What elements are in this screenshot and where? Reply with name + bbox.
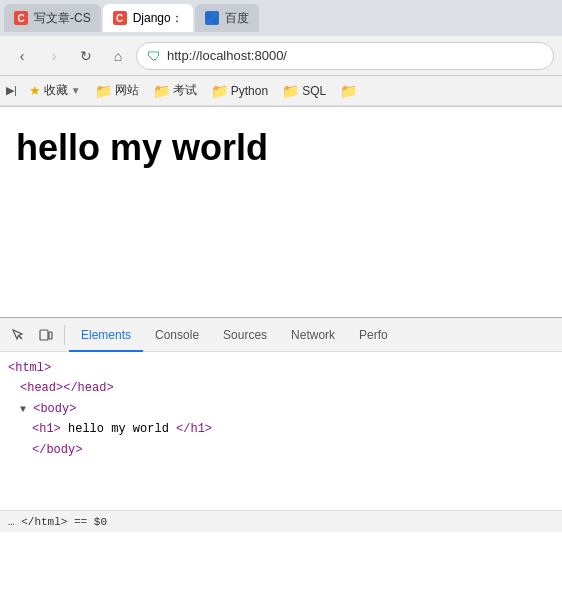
bookmark-website-label: 网站	[115, 82, 139, 99]
devtools-toolbar: Elements Console Sources Network Perfo	[0, 318, 562, 352]
page-heading: hello my world	[16, 127, 546, 169]
svg-rect-1	[40, 330, 48, 340]
tab-writeArticle[interactable]: C 写文章-CS	[4, 4, 101, 32]
h1-text-content: hello my world	[68, 422, 176, 436]
tab-network[interactable]: Network	[279, 318, 347, 352]
folder-icon-3: 📁	[211, 83, 228, 99]
tag-body-open: <body>	[33, 402, 76, 416]
star-icon: ★	[29, 83, 41, 98]
triangle-open[interactable]: ▼	[20, 404, 26, 415]
status-text: … </html> == $0	[8, 516, 107, 528]
folder-icon-4: 📁	[282, 83, 299, 99]
toolbar-divider	[64, 325, 65, 345]
page-content: hello my world	[0, 107, 562, 317]
svg-line-0	[19, 335, 23, 339]
html-line-2: <head></head>	[8, 378, 554, 398]
device-toolbar-button[interactable]	[32, 321, 60, 349]
devtools-status-bar: … </html> == $0	[0, 510, 562, 532]
html-line-3: ▼ <body>	[8, 399, 554, 419]
url-display: http://localhost:8000/	[167, 48, 287, 63]
tab-label-3: 百度	[225, 10, 249, 27]
tab-django[interactable]: C Django：	[103, 4, 193, 32]
back-button[interactable]: ‹	[8, 42, 36, 70]
security-icon: 🛡	[147, 48, 161, 64]
tag-body-close: </body>	[32, 443, 82, 457]
bookmark-sql-label: SQL	[302, 84, 326, 98]
address-box[interactable]: 🛡 http://localhost:8000/	[136, 42, 554, 70]
home-button[interactable]: ⌂	[104, 42, 132, 70]
tab-bar: C 写文章-CS C Django： 🐾 百度	[0, 0, 562, 36]
tag-h1-open: <h1>	[32, 422, 61, 436]
tab-console[interactable]: Console	[143, 318, 211, 352]
forward-button[interactable]: ›	[40, 42, 68, 70]
bookmark-exam[interactable]: 📁 考试	[147, 80, 203, 101]
bookmark-dropdown-icon: ▼	[71, 85, 81, 96]
folder-icon-5: 📁	[340, 83, 357, 99]
bookmark-python-label: Python	[231, 84, 268, 98]
html-line-1: <html>	[8, 358, 554, 378]
browser-chrome: C 写文章-CS C Django： 🐾 百度 ‹ › ↻ ⌂ 🛡 http:/…	[0, 0, 562, 107]
tab-favicon-3: 🐾	[205, 11, 219, 25]
folder-icon-2: 📁	[153, 83, 170, 99]
inspect-element-button[interactable]	[4, 321, 32, 349]
svg-rect-2	[49, 332, 52, 339]
tag-html-open: <html>	[8, 361, 51, 375]
bookmarks-bar: ▶| ★ 收藏 ▼ 📁 网站 📁 考试 📁 Python 📁 SQL 📁	[0, 76, 562, 106]
bookmark-star[interactable]: ★ 收藏 ▼	[23, 80, 87, 101]
tab-performance[interactable]: Perfo	[347, 318, 400, 352]
folder-icon-1: 📁	[95, 83, 112, 99]
tab-label-2: Django：	[133, 10, 183, 27]
bookmark-more[interactable]: 📁	[334, 81, 363, 101]
tab-elements[interactable]: Elements	[69, 318, 143, 352]
devtools-panel: Elements Console Sources Network Perfo <…	[0, 317, 562, 532]
html-line-5: </body>	[8, 440, 554, 460]
tab-baidu[interactable]: 🐾 百度	[195, 4, 259, 32]
address-bar-row: ‹ › ↻ ⌂ 🛡 http://localhost:8000/	[0, 36, 562, 76]
bookmark-star-label: 收藏	[44, 82, 68, 99]
bookmark-sql[interactable]: 📁 SQL	[276, 81, 332, 101]
bookmark-exam-label: 考试	[173, 82, 197, 99]
tab-sources[interactable]: Sources	[211, 318, 279, 352]
tag-h1-close: </h1>	[176, 422, 212, 436]
tab-favicon-1: C	[14, 11, 28, 25]
bookmarks-arrow[interactable]: ▶|	[6, 84, 17, 97]
html-line-4: <h1> hello my world </h1>	[8, 419, 554, 439]
bookmark-website[interactable]: 📁 网站	[89, 80, 145, 101]
tab-label-1: 写文章-CS	[34, 10, 91, 27]
devtools-content: <html> <head></head> ▼ <body> <h1> hello…	[0, 352, 562, 510]
bookmark-python[interactable]: 📁 Python	[205, 81, 274, 101]
reload-button[interactable]: ↻	[72, 42, 100, 70]
tab-favicon-2: C	[113, 11, 127, 25]
tag-head: <head></head>	[20, 381, 114, 395]
